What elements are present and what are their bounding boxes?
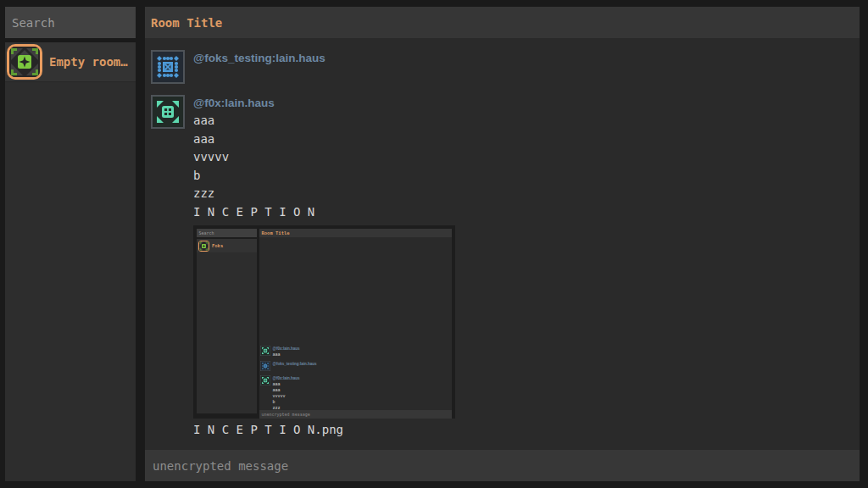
room-title: Room Title (145, 16, 222, 30)
inception-search-box: Search (197, 229, 257, 237)
inception-screenshot: Search (193, 225, 455, 419)
inception-avatar-blue (260, 361, 270, 371)
message-text: zzz (193, 185, 455, 203)
message-sender: @f0x:lain.haus (193, 95, 455, 112)
inception-room-title: Room Title (259, 229, 452, 237)
attachment-filename: I N C E P T I O N.png (193, 421, 455, 440)
message-timeline: @foks_testing:lain.haus @f0x:lain.haus (145, 38, 860, 450)
attachment-image[interactable]: Search (193, 225, 455, 419)
room-avatar-identicon (7, 44, 42, 80)
sidebar-item-empty-room[interactable]: Empty room… (5, 42, 136, 82)
room-name-label: Empty room… (49, 55, 128, 69)
inception-avatar-teal (260, 346, 270, 356)
inception-message-text: aaa (273, 387, 300, 393)
inception-message-text: b (273, 399, 300, 405)
room-list-sidebar: Empty room… (5, 42, 136, 481)
user-avatar-identicon-teal (151, 95, 185, 129)
message-group: @foks_testing:lain.haus (151, 50, 860, 84)
room-header-bar: Room Title (145, 7, 860, 38)
inception-room-list: Foks (197, 239, 257, 413)
inception-message-text: aaa (273, 381, 300, 387)
message-text: vvvvv (193, 148, 455, 167)
inception-avatar-teal (260, 375, 270, 385)
app-window: Empty room… Room Title (0, 0, 868, 488)
inception-message-text: vvvvv (273, 393, 300, 399)
inception-room-avatar-identicon (198, 241, 209, 252)
message-group: @f0x:lain.haus aaa aaa vvvvv b zzz I N C… (151, 95, 860, 440)
inception-room-name: Foks (212, 243, 223, 249)
search-box (5, 7, 136, 38)
inception-message-group: @foks_testing:lain.haus (260, 361, 316, 371)
inception-message-group: @f0x:lain.haus aaa aaa vvvvv b zzz (260, 375, 299, 411)
message-sender: @foks_testing:lain.haus (193, 50, 326, 67)
inception-room-item: Foks (197, 239, 257, 253)
inception-message-group: @f0x:lain.haus aaa (260, 346, 299, 358)
message-input[interactable] (145, 459, 860, 473)
message-text: I N C E P T I O N (193, 203, 455, 222)
search-input[interactable] (5, 16, 136, 30)
message-text: aaa (193, 112, 455, 130)
user-avatar-identicon-blue (151, 50, 185, 84)
message-text: b (193, 167, 455, 186)
message-text: aaa (193, 130, 455, 149)
inception-composer: unencrypted message (259, 410, 452, 419)
composer-bar (145, 450, 860, 481)
inception-message-text: aaa (273, 352, 300, 358)
inception-message-sender: @foks_testing:lain.haus (273, 361, 317, 367)
